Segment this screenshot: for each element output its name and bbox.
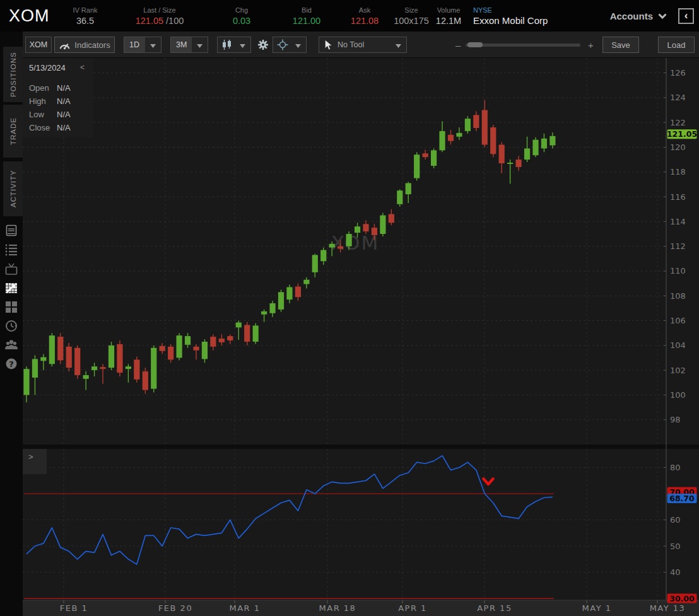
sidebar-tab-trade[interactable]: TRADE (3, 105, 23, 158)
bid-label: Bid (302, 6, 312, 15)
crosshair-icon (277, 39, 288, 50)
accounts-menu[interactable]: Accounts (610, 11, 667, 21)
time-axis-label: FEB 20 (158, 603, 192, 613)
chart-settings-button[interactable] (256, 37, 270, 53)
candle-body (286, 287, 292, 299)
svg-text:116: 116 (670, 192, 686, 202)
chart-background (23, 58, 699, 616)
save-button[interactable]: Save (602, 37, 639, 53)
candle-body (380, 216, 385, 234)
candle-body (261, 311, 267, 315)
ohlc-date: 5/13/2024 (29, 63, 66, 73)
candle-body (423, 153, 428, 157)
candle-body (91, 366, 97, 370)
ohlc-collapse-button[interactable]: < (78, 63, 87, 73)
ask-value: 121.08 (351, 15, 379, 26)
time-axis-label: FEB 1 (60, 603, 88, 613)
gauge-icon (59, 40, 71, 50)
price-and-oscillator-chart[interactable]: XOM9810010210410610811011211411611812012… (23, 58, 699, 616)
change-value: 0.03 (233, 15, 250, 26)
candle-body (329, 244, 335, 248)
iv-rank-label: IV Rank (73, 6, 97, 15)
svg-text:120: 120 (670, 142, 686, 152)
last-price-value: 121.05 (136, 16, 163, 26)
tv-icon[interactable] (4, 262, 18, 276)
indicators-button[interactable]: Indicators (54, 37, 115, 53)
cursor-icon (324, 40, 332, 50)
candle-body (303, 280, 309, 284)
last-price-badge: 121.05 (667, 129, 697, 139)
svg-text:68.70: 68.70 (669, 494, 695, 503)
zoom-slider-thumb[interactable] (467, 42, 483, 47)
candle-body (507, 163, 513, 164)
zoom-out-button[interactable]: – (455, 37, 461, 53)
panel-splitter[interactable] (23, 445, 699, 449)
chart-area[interactable]: XOM9810010210410610811011211411611812012… (23, 58, 699, 616)
grid-icon[interactable] (4, 300, 18, 314)
svg-text:110: 110 (670, 266, 686, 276)
candle-body (363, 224, 368, 231)
candle-body (126, 366, 131, 369)
candle-body (151, 348, 156, 389)
volume-value: 12.1M (436, 15, 461, 26)
chart-icon-active[interactable] (4, 281, 18, 295)
candle-body (202, 342, 208, 359)
collapse-panel-button[interactable]: ‹ (678, 8, 694, 24)
candle-body (278, 292, 284, 310)
candle-body (160, 346, 165, 351)
candle-body (320, 250, 326, 262)
journal-icon[interactable] (4, 224, 18, 238)
oversold-badge: 30.00 (667, 594, 697, 603)
exchange-name: NYSE (473, 6, 548, 15)
load-button[interactable]: Load (658, 37, 695, 53)
candle-body (244, 325, 250, 342)
candle-body (372, 228, 377, 235)
help-icon[interactable]: ? (4, 357, 18, 371)
svg-text:112: 112 (670, 241, 686, 251)
sidebar-tab-activity[interactable]: ACTIVITY (3, 161, 23, 216)
bid-value: 121.00 (293, 15, 320, 26)
candle-body (253, 325, 259, 342)
candle-body (312, 255, 318, 272)
svg-text:80: 80 (670, 463, 681, 472)
subpanel-expand-button[interactable]: > (23, 449, 47, 474)
list-icon[interactable] (4, 243, 18, 257)
candle-body (109, 346, 114, 368)
zoom-in-button[interactable]: + (588, 37, 594, 53)
people-icon[interactable] (4, 338, 18, 352)
zoom-slider[interactable] (466, 37, 580, 53)
candle-body (473, 115, 479, 128)
candle-body (482, 110, 488, 145)
svg-text:106: 106 (670, 316, 686, 325)
candle-body (346, 234, 351, 247)
chevron-down-icon (396, 44, 401, 48)
candle-body (439, 131, 445, 150)
svg-text:118: 118 (670, 167, 686, 177)
left-sidebar: POSITIONS TRADE ACTIVITY (0, 32, 23, 616)
candle-body (66, 347, 72, 368)
ohlc-info-panel: 5/13/2024 < OpenN/A HighN/A LowN/A Close… (23, 58, 93, 137)
candle-body (515, 160, 521, 167)
sidebar-tab-positions[interactable]: POSITIONS (3, 47, 23, 102)
svg-text:30.00: 30.00 (669, 594, 695, 603)
drawing-tool-select[interactable]: No Tool (319, 37, 407, 53)
history-icon[interactable] (4, 319, 18, 333)
chevron-down-icon (197, 44, 203, 48)
timeframe-select[interactable]: 1D (124, 37, 162, 53)
candle-body (227, 336, 233, 340)
range-select[interactable]: 3M (170, 37, 208, 53)
chart-type-select[interactable] (217, 37, 251, 53)
symbol-input[interactable]: XOM (25, 37, 52, 53)
candle-body (490, 127, 496, 154)
crosshair-select[interactable] (273, 37, 307, 53)
candle-body (74, 348, 80, 375)
volume-label: Volume (437, 6, 461, 15)
candle-body (100, 367, 105, 369)
bid-field: Bid 121.00 (276, 6, 337, 26)
quote-header: XOM IV Rank 36.5 Last / Size 121.05 /100… (0, 0, 699, 32)
svg-text:122: 122 (670, 118, 686, 127)
candle-body (295, 286, 301, 297)
candle-body (549, 136, 555, 146)
time-axis-label: MAY 13 (650, 603, 686, 613)
svg-text:124: 124 (670, 93, 686, 102)
